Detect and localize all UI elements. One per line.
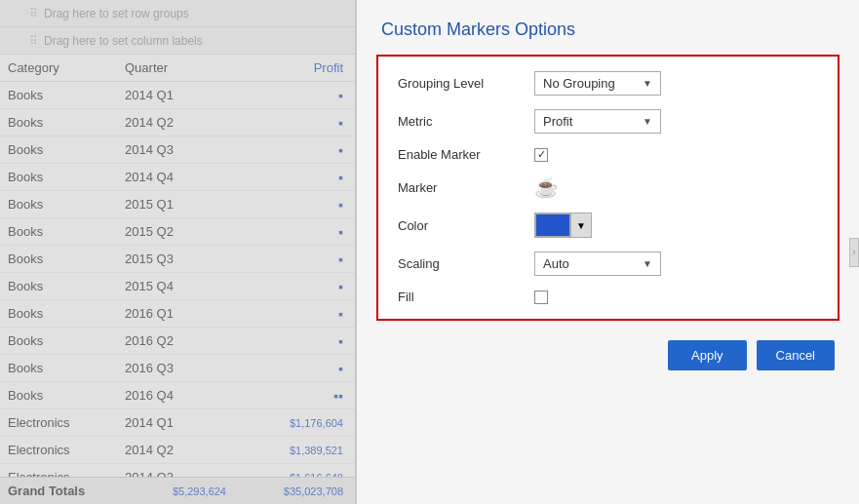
metric-value: Profit xyxy=(543,114,572,129)
enable-marker-control xyxy=(534,148,818,162)
panel-buttons: Apply Cancel xyxy=(357,321,859,370)
scaling-select[interactable]: Auto ▼ xyxy=(534,252,661,276)
grouping-level-control: No Grouping ▼ xyxy=(534,71,818,96)
enable-marker-row: Enable Marker xyxy=(398,147,818,162)
enable-marker-checkbox[interactable] xyxy=(534,148,548,162)
resize-handle[interactable]: › xyxy=(849,238,859,267)
custom-markers-panel: Custom Markers Options Grouping Level No… xyxy=(356,0,859,504)
grouping-level-label: Grouping Level xyxy=(398,76,534,91)
options-box: Grouping Level No Grouping ▼ Metric Prof… xyxy=(376,55,839,321)
fill-control xyxy=(534,291,818,304)
scaling-row: Scaling Auto ▼ xyxy=(398,252,818,276)
apply-button[interactable]: Apply xyxy=(668,340,747,370)
marker-label: Marker xyxy=(398,180,534,195)
grouping-level-arrow: ▼ xyxy=(643,78,652,89)
scaling-value: Auto xyxy=(543,256,569,271)
metric-arrow: ▼ xyxy=(643,116,652,127)
color-row: Color ▼ xyxy=(398,213,818,238)
fill-checkbox[interactable] xyxy=(534,291,548,304)
color-label: Color xyxy=(398,218,534,233)
color-swatch xyxy=(535,213,570,237)
grouping-level-value: No Grouping xyxy=(543,76,615,91)
panel-title: Custom Markers Options xyxy=(357,0,859,55)
metric-control: Profit ▼ xyxy=(534,109,818,134)
marker-control: ☕ xyxy=(534,175,818,199)
cancel-button[interactable]: Cancel xyxy=(757,340,835,370)
metric-row: Metric Profit ▼ xyxy=(398,109,818,134)
scaling-arrow: ▼ xyxy=(643,258,652,269)
metric-select[interactable]: Profit ▼ xyxy=(534,109,661,134)
metric-label: Metric xyxy=(398,114,534,129)
fill-row: Fill xyxy=(398,290,818,304)
color-select[interactable]: ▼ xyxy=(534,213,592,238)
fill-label: Fill xyxy=(398,290,534,304)
color-control: ▼ xyxy=(534,213,818,238)
scaling-control: Auto ▼ xyxy=(534,252,818,276)
marker-icon[interactable]: ☕ xyxy=(534,175,559,199)
color-arrow: ▼ xyxy=(570,213,591,237)
enable-marker-label: Enable Marker xyxy=(398,147,534,162)
scaling-label: Scaling xyxy=(398,256,534,271)
marker-row: Marker ☕ xyxy=(398,175,818,199)
grouping-level-row: Grouping Level No Grouping ▼ xyxy=(398,71,818,96)
grouping-level-select[interactable]: No Grouping ▼ xyxy=(534,71,661,96)
